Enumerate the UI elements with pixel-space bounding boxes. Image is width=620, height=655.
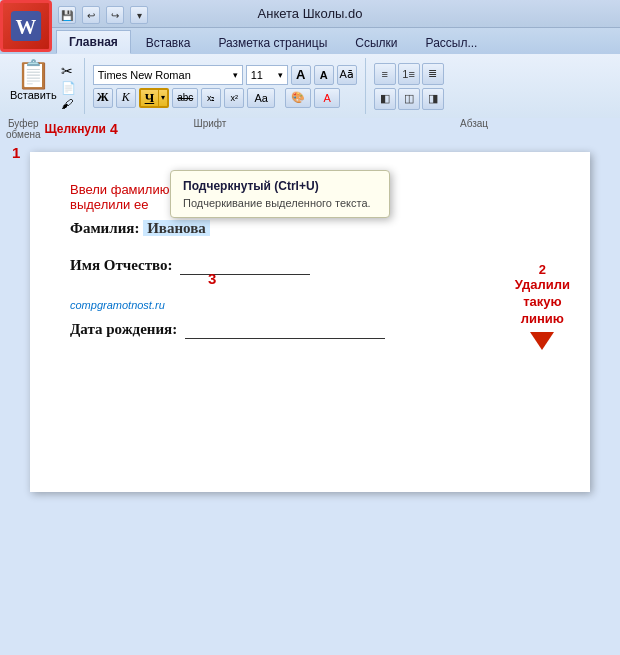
clear-format-button[interactable]: Аа̄ xyxy=(337,65,357,85)
save-qa-button[interactable]: 💾 xyxy=(58,6,76,24)
buffer-label: Буфер обмена xyxy=(6,118,41,140)
bullets-button[interactable]: ≡ xyxy=(374,63,396,85)
paste-button[interactable]: 📋 Вставить xyxy=(10,61,57,101)
data-value xyxy=(185,321,385,339)
step1-label: 1 xyxy=(12,144,20,161)
shrink-font-button[interactable]: A xyxy=(314,65,334,85)
step3-label: 3 xyxy=(208,270,216,287)
grow-font-button[interactable]: A xyxy=(291,65,311,85)
remove-label: Удалили такую линию xyxy=(515,277,570,328)
align-right-button[interactable]: ◨ xyxy=(422,88,444,110)
font-name-selector[interactable]: Times New Roman ▾ xyxy=(93,65,243,85)
redo-qa-button[interactable]: ↪ xyxy=(106,6,124,24)
tab-page-layout[interactable]: Разметка страницы xyxy=(205,31,340,54)
tooltip: Подчеркнутый (Ctrl+U) Подчеркивание выде… xyxy=(170,170,390,218)
font-color-button[interactable]: A xyxy=(314,88,340,108)
ribbon-tabs: Главная Вставка Разметка страницы Ссылки… xyxy=(0,28,620,54)
title-text: Анкета Школы.do xyxy=(258,6,363,21)
italic-button[interactable]: К xyxy=(116,88,136,108)
subscript-button[interactable]: x₂ xyxy=(201,88,221,108)
multilevel-button[interactable]: ≣ xyxy=(422,63,444,85)
bold-button[interactable]: Ж xyxy=(93,88,113,108)
arrow-down-icon xyxy=(530,332,554,350)
clipboard-group: 📋 Вставить ✂ 📄 🖌 xyxy=(6,58,85,114)
complink: compgramotnost.ru xyxy=(70,299,165,311)
step2-label: 2 xyxy=(515,262,570,277)
imya-label: Имя Отчество: xyxy=(70,257,173,273)
remove-annotation: 2 Удалили такую линию xyxy=(515,262,570,354)
document-area: 1 Ввели фамилию, выделили ее 3 2 Удалили… xyxy=(0,142,620,655)
complink-row: compgramotnost.ru xyxy=(70,295,550,313)
underline-label: Ч xyxy=(141,90,159,106)
more-qa-button[interactable]: ▾ xyxy=(130,6,148,24)
paste-label: Вставить xyxy=(10,89,57,101)
imya-row: Имя Отчество: xyxy=(70,257,550,275)
underline-dropdown-arrow[interactable]: ▾ xyxy=(158,90,167,106)
superscript-button[interactable]: x² xyxy=(224,88,244,108)
align-left-button[interactable]: ◧ xyxy=(374,88,396,110)
imya-value xyxy=(180,257,310,275)
tooltip-description: Подчеркивание выделенного текста. xyxy=(183,197,377,209)
change-case-button[interactable]: Аа xyxy=(247,88,275,108)
famil-value: Иванова xyxy=(143,220,210,236)
tab-home[interactable]: Главная xyxy=(56,30,131,54)
para-group-label: Абзац xyxy=(334,118,614,140)
data-row: Дата рождения: xyxy=(70,321,550,339)
ribbon-toolbar: 📋 Вставить ✂ 📄 🖌 Times New Roman xyxy=(0,54,620,118)
office-logo-icon: W xyxy=(9,9,43,43)
data-label: Дата рождения: xyxy=(70,321,177,337)
font-group-label: Шрифт xyxy=(90,118,330,140)
tooltip-title: Подчеркнутый (Ctrl+U) xyxy=(183,179,377,193)
underline-button[interactable]: Ч ▾ xyxy=(139,88,170,108)
tab-insert[interactable]: Вставка xyxy=(133,31,204,54)
font-group: Times New Roman ▾ 11 ▾ A A Аа̄ Ж К xyxy=(89,58,366,114)
tab-references[interactable]: Ссылки xyxy=(342,31,410,54)
quick-access-toolbar: 💾 ↩ ↪ ▾ xyxy=(58,4,148,26)
office-button[interactable]: W xyxy=(0,0,52,52)
numbering-button[interactable]: 1≡ xyxy=(398,63,420,85)
align-center-button[interactable]: ◫ xyxy=(398,88,420,110)
strikethrough-button[interactable]: abc xyxy=(172,88,198,108)
copy-button[interactable]: 📄 xyxy=(61,81,76,95)
highlight-button[interactable]: 🎨 xyxy=(285,88,311,108)
svg-text:W: W xyxy=(16,15,37,38)
tab-mailings[interactable]: Рассыл... xyxy=(413,31,491,54)
undo-qa-button[interactable]: ↩ xyxy=(82,6,100,24)
famil-label: Фамилия: xyxy=(70,220,139,236)
famil-row: Фамилия: Иванова xyxy=(70,220,550,237)
paragraph-group: ≡ 1≡ ≣ ◧ ◫ ◨ xyxy=(370,58,452,114)
format-painter-button[interactable]: 🖌 xyxy=(61,97,76,111)
cut-button[interactable]: ✂ xyxy=(61,63,76,79)
font-size-selector[interactable]: 11 ▾ xyxy=(246,65,288,85)
ribbon-group-labels: Буфер обмена Щелкнули 4 Шрифт Абзац xyxy=(0,118,620,142)
